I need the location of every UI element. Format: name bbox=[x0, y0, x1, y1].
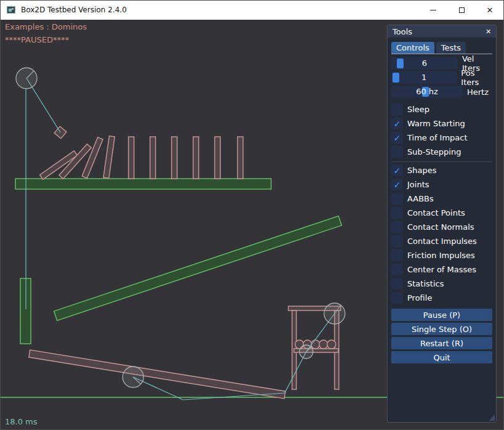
frame-time-label: 18.0 ms bbox=[5, 417, 38, 426]
checkbox[interactable]: ✓ bbox=[391, 193, 403, 205]
tab-bar: Controls Tests bbox=[391, 42, 492, 54]
checkbox[interactable]: ✓ bbox=[391, 132, 403, 144]
long-diagonal-plank bbox=[54, 216, 342, 321]
checkbox[interactable]: ✓ bbox=[391, 207, 403, 219]
small-pulley-circle bbox=[299, 345, 313, 359]
window-title: Box2D Testbed Version 2.4.0 bbox=[21, 6, 127, 14]
hertz-slider[interactable]: 60 hz bbox=[391, 86, 463, 98]
checkbox-label: Friction Impulses bbox=[407, 251, 475, 260]
checkbox-row-warm-starting[interactable]: ✓ Warm Starting bbox=[391, 118, 492, 129]
tab-controls[interactable]: Controls bbox=[391, 42, 434, 54]
vel-iters-row: 6 Vel Iters bbox=[391, 57, 492, 70]
tools-close-button[interactable]: ✕ bbox=[484, 27, 493, 36]
checkbox-row-sub-stepping[interactable]: ✓ Sub-Stepping bbox=[391, 146, 492, 158]
checkbox-row-contact-points[interactable]: ✓ Contact Points bbox=[391, 207, 492, 219]
pos-iters-slider[interactable]: 1 bbox=[391, 71, 457, 84]
checkbox-row-shapes[interactable]: ✓ Shapes bbox=[391, 164, 492, 176]
minimize-icon bbox=[430, 10, 436, 10]
check-icon: ✓ bbox=[394, 166, 401, 175]
checkbox[interactable]: ✓ bbox=[391, 292, 403, 304]
checkbox-row-friction-impulses[interactable]: ✓ Friction Impulses bbox=[391, 249, 492, 261]
checkbox[interactable]: ✓ bbox=[391, 164, 403, 176]
slider-value: 6 bbox=[391, 57, 458, 70]
restart-button[interactable]: Restart (R) bbox=[391, 337, 492, 349]
tools-panel-titlebar[interactable]: Tools ✕ bbox=[388, 25, 496, 38]
checkbox-label: Profile bbox=[407, 293, 432, 302]
checkbox-label: Warm Starting bbox=[407, 119, 465, 128]
resize-grip[interactable] bbox=[489, 415, 495, 421]
fallen-dominos bbox=[40, 136, 115, 179]
checkbox-label: AABBs bbox=[407, 194, 434, 203]
checkbox-row-aabbs[interactable]: ✓ AABBs bbox=[391, 193, 492, 205]
single-step-button[interactable]: Single Step (O) bbox=[391, 323, 492, 335]
os-titlebar: Box2D Testbed Version 2.4.0 ✕ bbox=[0, 0, 504, 20]
app-icon bbox=[6, 5, 16, 15]
checkbox[interactable]: ✓ bbox=[391, 221, 403, 233]
hertz-row: 60 hz Hertz bbox=[391, 86, 492, 98]
checkbox-row-center-of-masses[interactable]: ✓ Center of Masses bbox=[391, 264, 492, 275]
mid-wheel-circle bbox=[123, 367, 144, 387]
pause-button[interactable]: Pause (P) bbox=[391, 309, 492, 321]
tab-tests[interactable]: Tests bbox=[436, 42, 466, 54]
standing-dominos bbox=[129, 137, 243, 179]
checkbox-row-contact-impulses[interactable]: ✓ Contact Impulses bbox=[391, 235, 492, 247]
pos-iters-row: 1 Pos Iters bbox=[391, 71, 492, 84]
vel-iters-slider[interactable]: 6 bbox=[391, 57, 458, 70]
checkbox-label: Center of Masses bbox=[407, 265, 476, 274]
checkbox[interactable]: ✓ bbox=[391, 179, 403, 190]
bottom-plank bbox=[29, 350, 286, 399]
minimize-button[interactable] bbox=[419, 0, 447, 20]
checkbox-label: Contact Normals bbox=[407, 222, 474, 232]
maximize-button[interactable] bbox=[447, 0, 476, 20]
checkbox-label: Joints bbox=[407, 180, 429, 189]
checkbox-label: Shapes bbox=[407, 166, 436, 175]
example-name-label: Examples : Dominos bbox=[5, 22, 87, 31]
checkbox-row-time-of-impact[interactable]: ✓ Time of Impact bbox=[391, 132, 492, 144]
checkbox[interactable]: ✓ bbox=[391, 118, 403, 129]
checkbox[interactable]: ✓ bbox=[391, 235, 403, 247]
checkbox[interactable]: ✓ bbox=[391, 249, 403, 261]
checkbox[interactable]: ✓ bbox=[391, 264, 403, 275]
pendulum-anchor-circle bbox=[16, 68, 37, 89]
slider-value: 60 hz bbox=[391, 86, 463, 98]
checkbox-row-contact-normals[interactable]: ✓ Contact Normals bbox=[391, 221, 492, 233]
tools-panel: Tools ✕ Controls Tests 6 Vel Iters 1 Pos… bbox=[387, 25, 497, 423]
checkbox-label: Contact Impulses bbox=[407, 237, 477, 246]
checkbox-row-sleep[interactable]: ✓ Sleep bbox=[391, 103, 492, 115]
checkbox[interactable]: ✓ bbox=[391, 146, 403, 158]
checkbox-label: Sleep bbox=[407, 105, 429, 114]
paused-label: ****PAUSED**** bbox=[5, 35, 69, 44]
checkbox-label: Contact Points bbox=[407, 208, 465, 217]
slider-label: Pos Iters bbox=[461, 68, 492, 87]
slider-label: Hertz bbox=[467, 87, 489, 97]
separator bbox=[391, 161, 492, 162]
close-icon: ✕ bbox=[487, 6, 494, 14]
close-button[interactable]: ✕ bbox=[476, 0, 504, 20]
check-icon: ✓ bbox=[394, 120, 401, 128]
checkbox[interactable]: ✓ bbox=[391, 103, 403, 115]
checkbox-row-statistics[interactable]: ✓ Statistics bbox=[391, 278, 492, 290]
quit-button[interactable]: Quit bbox=[391, 351, 492, 363]
frame-corner-circle bbox=[324, 303, 345, 324]
checkbox-label: Statistics bbox=[407, 279, 444, 288]
check-icon: ✓ bbox=[394, 181, 401, 189]
tools-panel-title: Tools bbox=[392, 27, 484, 36]
domino-shelf bbox=[15, 179, 271, 189]
slider-value: 1 bbox=[391, 71, 457, 84]
checkbox-row-joints[interactable]: ✓ Joints bbox=[391, 179, 492, 190]
check-icon: ✓ bbox=[394, 134, 401, 142]
checkbox-row-profile[interactable]: ✓ Profile bbox=[391, 292, 492, 304]
checkbox[interactable]: ✓ bbox=[391, 278, 403, 290]
checkbox-label: Sub-Stepping bbox=[407, 147, 461, 156]
checkbox-label: Time of Impact bbox=[407, 133, 468, 142]
maximize-icon bbox=[459, 7, 465, 13]
